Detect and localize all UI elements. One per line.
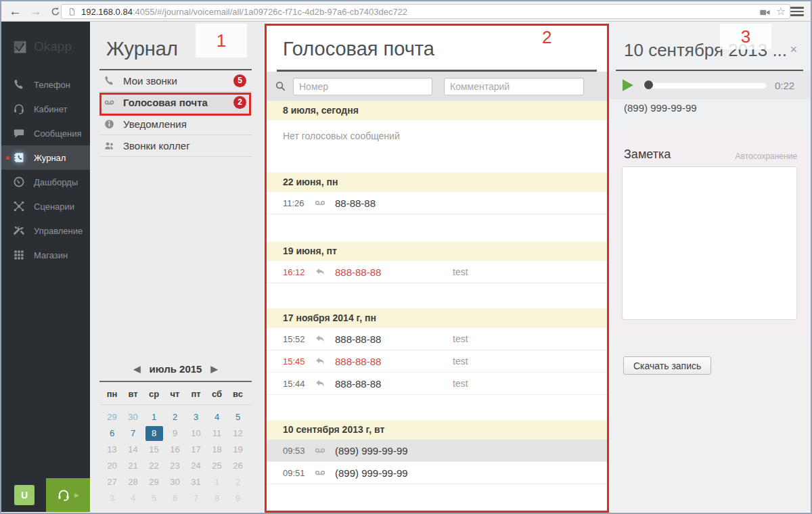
calendar-day[interactable]: 20 (104, 459, 121, 473)
calendar-day[interactable]: 12 (229, 426, 247, 441)
address-bar[interactable]: 192.168.0.84 :4055/#/journal/voicemail/a… (61, 4, 790, 19)
reply-icon (314, 377, 326, 390)
bookmark-star-icon[interactable]: ☆ (776, 6, 786, 17)
calendar-day-name: пн (107, 389, 118, 399)
calendar-prev-icon[interactable]: ◀ (134, 364, 141, 374)
back-button[interactable]: ← (9, 2, 22, 21)
reply-icon (314, 355, 326, 367)
close-icon[interactable]: × (790, 43, 797, 55)
calendar-day[interactable]: 1 (145, 410, 163, 425)
search-icon (275, 80, 286, 92)
calendar-day[interactable]: 8 (208, 491, 226, 506)
calendar-day[interactable]: 13 (104, 442, 121, 457)
calendar-day[interactable]: 14 (125, 442, 142, 457)
calendar-day[interactable]: 3 (104, 491, 121, 506)
chevron-right-icon: ▶ (74, 492, 79, 498)
journal-menu-item-voicemail[interactable]: Голосовая почта2 (99, 92, 252, 114)
calendar-day[interactable]: 26 (229, 459, 247, 473)
calendar-day[interactable]: 15 (145, 442, 163, 457)
calendar-next-icon[interactable]: ▶ (210, 364, 217, 374)
browser-menu-button[interactable] (790, 7, 804, 16)
calendar-day[interactable]: 2 (229, 475, 247, 490)
journal-menu-item-phone[interactable]: Мои звонки5 (99, 70, 252, 92)
calendar-day[interactable]: 31 (187, 475, 205, 490)
sidebar-item-dashboard[interactable]: Дашборды (1, 170, 90, 194)
calendar-day[interactable]: 4 (125, 491, 142, 506)
calendar-day[interactable]: 29 (104, 410, 121, 425)
voicemail-row[interactable]: 15:44888-88-88test (265, 373, 608, 395)
voicemail-row[interactable]: 11:2688-88-88 (265, 192, 608, 214)
chat-icon (13, 127, 25, 139)
okapp-logo-icon (13, 40, 27, 54)
calendar-day[interactable]: 10 (187, 426, 205, 441)
sidebar-item-store[interactable]: Магазин (1, 243, 90, 267)
sidebar-item-chat[interactable]: Сообщения (1, 121, 90, 145)
calendar-day[interactable]: 1 (208, 475, 226, 490)
calendar-day[interactable]: 6 (166, 491, 184, 506)
calendar-day[interactable]: 5 (229, 410, 247, 425)
calendar-day[interactable]: 30 (125, 410, 142, 425)
calendar-day[interactable]: 9 (166, 426, 184, 441)
voicemail-panel: Голосовая почта 8 июля, сегодняНет голос… (265, 22, 608, 512)
calendar-day[interactable]: 28 (125, 475, 142, 490)
voicemail-row[interactable]: 16:12888-88-88test (265, 261, 608, 283)
voicemail-row[interactable]: 15:45888-88-88test (265, 350, 608, 373)
dashboard-icon (13, 176, 25, 188)
comment-search-input[interactable] (444, 78, 584, 95)
note-section: Заметка Автосохранение (608, 131, 811, 337)
calendar-day[interactable]: 3 (187, 410, 205, 425)
user-avatar[interactable]: U (14, 485, 35, 505)
calendar-day[interactable]: 22 (145, 459, 163, 473)
calendar-day[interactable]: 8 (145, 426, 163, 441)
sidebar-item-label: Сообщения (34, 128, 82, 139)
calendar-day[interactable]: 19 (229, 442, 247, 457)
calendar-day[interactable]: 11 (208, 426, 226, 441)
journal-menu-item-people[interactable]: Звонки коллег (99, 135, 252, 157)
calendar-day[interactable]: 6 (104, 426, 121, 441)
app-logo-text: Okapp (34, 39, 72, 54)
calendar-day[interactable]: 23 (166, 459, 184, 473)
calendar-day[interactable]: 24 (187, 459, 205, 473)
number-search-input[interactable] (293, 78, 432, 95)
forward-button[interactable]: → (29, 2, 42, 21)
calendar-day[interactable]: 16 (166, 442, 184, 457)
note-textarea[interactable] (622, 166, 797, 320)
sidebar-item-headset[interactable]: Кабинет (1, 97, 90, 121)
softphone-panel-button[interactable]: ▶ (46, 478, 90, 512)
calendar-day[interactable]: 7 (187, 491, 205, 506)
journal-title: Журнал (106, 38, 178, 60)
calendar-day[interactable]: 5 (145, 491, 163, 506)
calendar-day[interactable]: 18 (208, 442, 226, 457)
detail-title: 10 сентября 2013 ... (624, 40, 787, 61)
calendar-day[interactable]: 9 (229, 491, 247, 506)
calendar-day[interactable]: 7 (125, 426, 142, 441)
calendar-day[interactable]: 30 (166, 475, 184, 490)
search-icon (275, 80, 286, 92)
calendar-day[interactable]: 21 (125, 459, 142, 473)
sidebar-nav: ТелефонКабинетСообщенияЖурналДашбордыСце… (1, 72, 90, 267)
calendar-day[interactable]: 27 (104, 475, 121, 490)
sidebar-item-tools[interactable]: Управление (1, 218, 90, 243)
calendar-day[interactable]: 29 (145, 475, 163, 490)
store-icon (13, 249, 25, 261)
play-button[interactable] (619, 77, 635, 93)
reload-button[interactable] (50, 6, 61, 17)
calendar-day[interactable]: 4 (208, 410, 226, 425)
note-label: Заметка (624, 147, 671, 162)
download-record-button[interactable]: Скачать запись (623, 356, 711, 375)
calendar-day-name: ср (149, 389, 159, 399)
voicemail-row[interactable]: 09:53(899) 999-99-99 (265, 440, 608, 462)
sidebar-item-phone[interactable]: Телефон (1, 72, 90, 97)
seek-track[interactable] (643, 82, 767, 89)
seek-knob[interactable] (644, 80, 653, 89)
autosave-label: Автосохранение (736, 151, 797, 161)
sidebar-item-journal[interactable]: Журнал (1, 145, 90, 170)
camera-icon[interactable] (759, 7, 771, 17)
sidebar-item-scenarios[interactable]: Сценарии (1, 194, 90, 218)
calendar-day[interactable]: 25 (208, 459, 226, 473)
calendar-day[interactable]: 17 (187, 442, 205, 457)
voicemail-row[interactable]: 09:51(899) 999-99-99 (265, 462, 608, 484)
voicemail-row[interactable]: 15:52888-88-88test (265, 328, 608, 350)
journal-menu-item-info[interactable]: Уведомления (99, 114, 252, 135)
calendar-day[interactable]: 2 (166, 410, 184, 425)
